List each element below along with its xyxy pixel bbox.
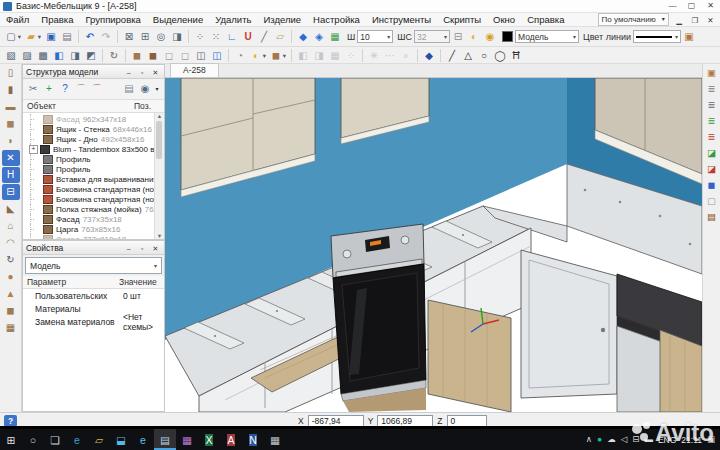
panel-square-icon[interactable]: ◼ [2, 116, 20, 132]
box-part-icon[interactable]: ◼ [2, 303, 20, 319]
model-3d-view[interactable] [165, 78, 702, 412]
onenote-icon[interactable]: N [242, 429, 264, 450]
tree-scrollbar[interactable]: ▲ ▼ [154, 113, 164, 239]
ie-icon[interactable]: e [132, 429, 154, 450]
node-edit-icon[interactable]: ∘ [398, 48, 414, 63]
magnet-icon[interactable]: U [240, 29, 256, 44]
cloud-icon[interactable]: ☁ [607, 429, 616, 450]
toolbar-icon[interactable] [125, 49, 126, 62]
open-caret[interactable]: ▾ [36, 29, 43, 44]
mdi-close-button[interactable]: ✕ [704, 16, 717, 25]
ruler-icon[interactable]: ▱ [272, 29, 288, 44]
block-icon[interactable]: ◼ [704, 178, 719, 192]
fitting-icon[interactable]: ▣ [704, 66, 719, 80]
tree-item[interactable]: Царга 763х85х16 [25, 224, 154, 234]
tree-item[interactable]: Фасад 737х35х18 [25, 214, 154, 224]
dowel-icon[interactable]: ≣ [704, 82, 719, 96]
tree-expand-toggle[interactable] [34, 136, 41, 143]
panel-float-button[interactable]: ▫ [137, 245, 148, 252]
roof-panel-icon[interactable]: ⌂ [2, 218, 20, 234]
trolley-icon[interactable]: ◆ [295, 29, 311, 44]
snap-angle-icon[interactable]: ∟ [224, 29, 240, 44]
tree-item[interactable]: Вставка для выравнивания 7 [25, 174, 154, 184]
tree-expand-toggle[interactable] [34, 206, 41, 213]
mirror-v-icon[interactable]: ◨ [311, 48, 327, 63]
panel-vertical-icon[interactable]: ▮ [2, 82, 20, 98]
view-hidden-icon[interactable]: ▨ [19, 48, 35, 63]
select-frame-icon[interactable]: ⊞ [137, 29, 153, 44]
bench-icon[interactable]: ⊟ [450, 29, 466, 44]
tree-item[interactable]: Фасад 962х347х18 [25, 114, 154, 124]
tree-expand-toggle[interactable]: + [29, 145, 38, 154]
light-caret[interactable]: ▾ [261, 48, 268, 63]
tree-expand-toggle[interactable] [34, 186, 41, 193]
plane-icon[interactable]: ◆ [421, 48, 437, 63]
tray-app-icon[interactable]: ● [597, 429, 602, 450]
lock-icon[interactable]: ◉ [482, 29, 498, 44]
scroll-up-icon[interactable]: ▲ [155, 113, 164, 119]
save-icon[interactable]: ▣ [43, 29, 59, 44]
menu-item[interactable]: Справка [521, 13, 570, 26]
dots-icon[interactable]: ⋯ [382, 48, 398, 63]
draw-ellipse-icon[interactable]: ◯ [492, 48, 508, 63]
tree-expand-toggle[interactable] [34, 156, 41, 163]
toolbar-icon[interactable] [188, 30, 189, 43]
maximize-button[interactable]: ▢ [682, 0, 701, 12]
excel-icon[interactable]: X [198, 429, 220, 450]
tree-item[interactable]: Ящик - Стенка 68х446х16 [25, 124, 154, 134]
measure-line-icon[interactable]: ╱ [256, 29, 272, 44]
toolbar-icon[interactable] [417, 49, 418, 62]
dowel-settings-icon[interactable]: ≣ [704, 98, 719, 112]
snap-grid-icon[interactable]: ⁙ [208, 29, 224, 44]
visibility-caret[interactable]: ▾ [153, 80, 161, 98]
lamp-icon[interactable]: ◐ [466, 29, 482, 44]
render-section-icon[interactable]: ◫ [209, 48, 225, 63]
render-ghost-icon[interactable]: ◻ [177, 48, 193, 63]
undo-icon[interactable]: ↶ [82, 29, 98, 44]
basket-icon[interactable]: ▤ [704, 210, 719, 224]
delete-part-icon[interactable]: ✕ [2, 150, 20, 166]
draw-polygon-icon[interactable]: △ [460, 48, 476, 63]
dowel-add-icon[interactable]: ≣ [704, 114, 719, 128]
panel-flat-icon[interactable]: ▬ [2, 99, 20, 115]
toolbar-icon[interactable] [291, 30, 292, 43]
view-shade-icon[interactable]: ▩ [35, 48, 51, 63]
menu-item[interactable]: Файл [0, 13, 35, 26]
menu-item[interactable]: Инструменты [366, 13, 437, 26]
tree-expand-toggle[interactable] [34, 126, 41, 133]
tree-item[interactable]: Полка стяжная (мойка) 763х6 [25, 204, 154, 214]
curved-panel-icon[interactable]: ◠ [2, 235, 20, 251]
explode-icon[interactable]: ✳ [366, 48, 382, 63]
snap-node-icon[interactable]: ⁘ [192, 29, 208, 44]
close-button[interactable]: ✕ [701, 0, 720, 12]
scrollbar-thumb[interactable] [156, 121, 162, 159]
width-edge-combo[interactable]: 32▾ [414, 30, 450, 43]
tree-expand-toggle[interactable] [34, 236, 41, 240]
toolbar-icon[interactable] [291, 49, 292, 62]
tree-expand-toggle[interactable] [34, 116, 41, 123]
menu-item[interactable]: Группировка [79, 13, 146, 26]
render-solid-icon[interactable]: ◼ [129, 48, 145, 63]
tree-expand-toggle[interactable] [34, 176, 41, 183]
view-half-icon[interactable]: ◨ [67, 48, 83, 63]
search-button[interactable]: ○ [22, 429, 44, 450]
draw-circle-icon[interactable]: ○ [476, 48, 492, 63]
tree-expand-toggle[interactable] [34, 196, 41, 203]
box-3d-icon[interactable]: ▦ [327, 29, 343, 44]
tree-expand-toggle[interactable] [34, 216, 41, 223]
tree-item[interactable]: + Blum - Tandembox 83х500 в... [25, 144, 154, 154]
tree-expand-toggle[interactable] [34, 226, 41, 233]
render-texture-icon[interactable]: ◼ [145, 48, 161, 63]
mdi-restore-button[interactable]: ❐ [688, 16, 701, 25]
render-white-icon[interactable]: ◻ [161, 48, 177, 63]
add-icon[interactable]: + [41, 80, 57, 98]
view-solid-icon[interactable]: ◧ [51, 48, 67, 63]
copy-style-icon[interactable]: ▣ [681, 29, 697, 44]
draw-line-icon[interactable]: ╱ [444, 48, 460, 63]
property-row[interactable]: Замена материалов <Нет схемы> [23, 315, 164, 328]
rotate-part-icon[interactable]: ↻ [2, 252, 20, 268]
width-combo[interactable]: 10▾ [357, 30, 393, 43]
tree-item[interactable]: Фасад 737х810х18 [25, 234, 154, 239]
mirror-h-icon[interactable]: ◧ [295, 48, 311, 63]
sphere-icon[interactable]: ● [2, 269, 20, 285]
